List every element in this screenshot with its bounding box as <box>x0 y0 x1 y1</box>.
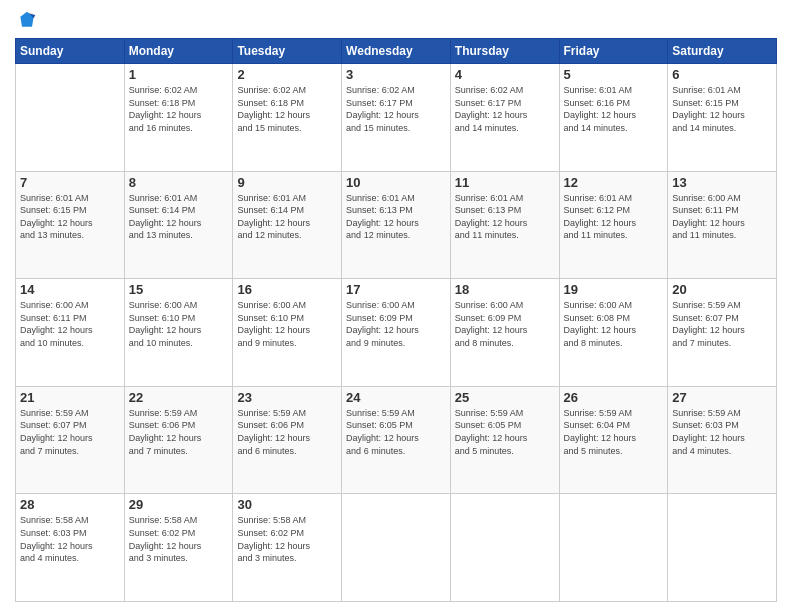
cell-info: Sunrise: 5:59 AM Sunset: 6:04 PM Dayligh… <box>564 407 664 457</box>
calendar-cell: 11Sunrise: 6:01 AM Sunset: 6:13 PM Dayli… <box>450 171 559 279</box>
calendar-cell: 27Sunrise: 5:59 AM Sunset: 6:03 PM Dayli… <box>668 386 777 494</box>
cell-info: Sunrise: 6:01 AM Sunset: 6:16 PM Dayligh… <box>564 84 664 134</box>
calendar-cell: 19Sunrise: 6:00 AM Sunset: 6:08 PM Dayli… <box>559 279 668 387</box>
calendar-cell: 7Sunrise: 6:01 AM Sunset: 6:15 PM Daylig… <box>16 171 125 279</box>
calendar-cell <box>16 64 125 172</box>
cell-info: Sunrise: 5:59 AM Sunset: 6:06 PM Dayligh… <box>129 407 229 457</box>
cell-info: Sunrise: 5:59 AM Sunset: 6:03 PM Dayligh… <box>672 407 772 457</box>
calendar-cell: 28Sunrise: 5:58 AM Sunset: 6:03 PM Dayli… <box>16 494 125 602</box>
calendar-cell: 29Sunrise: 5:58 AM Sunset: 6:02 PM Dayli… <box>124 494 233 602</box>
day-number: 11 <box>455 175 555 190</box>
cell-info: Sunrise: 6:00 AM Sunset: 6:11 PM Dayligh… <box>672 192 772 242</box>
cell-info: Sunrise: 5:59 AM Sunset: 6:05 PM Dayligh… <box>346 407 446 457</box>
cell-info: Sunrise: 5:59 AM Sunset: 6:07 PM Dayligh… <box>20 407 120 457</box>
calendar-cell: 5Sunrise: 6:01 AM Sunset: 6:16 PM Daylig… <box>559 64 668 172</box>
day-number: 24 <box>346 390 446 405</box>
weekday-header-saturday: Saturday <box>668 39 777 64</box>
weekday-header-wednesday: Wednesday <box>342 39 451 64</box>
cell-info: Sunrise: 5:59 AM Sunset: 6:06 PM Dayligh… <box>237 407 337 457</box>
calendar-cell: 18Sunrise: 6:00 AM Sunset: 6:09 PM Dayli… <box>450 279 559 387</box>
day-number: 14 <box>20 282 120 297</box>
weekday-header-tuesday: Tuesday <box>233 39 342 64</box>
day-number: 27 <box>672 390 772 405</box>
cell-info: Sunrise: 6:02 AM Sunset: 6:18 PM Dayligh… <box>129 84 229 134</box>
week-row-3: 14Sunrise: 6:00 AM Sunset: 6:11 PM Dayli… <box>16 279 777 387</box>
day-number: 29 <box>129 497 229 512</box>
calendar-cell: 4Sunrise: 6:02 AM Sunset: 6:17 PM Daylig… <box>450 64 559 172</box>
day-number: 10 <box>346 175 446 190</box>
day-number: 3 <box>346 67 446 82</box>
day-number: 6 <box>672 67 772 82</box>
day-number: 19 <box>564 282 664 297</box>
cell-info: Sunrise: 6:00 AM Sunset: 6:11 PM Dayligh… <box>20 299 120 349</box>
calendar-table: SundayMondayTuesdayWednesdayThursdayFrid… <box>15 38 777 602</box>
cell-info: Sunrise: 6:00 AM Sunset: 6:10 PM Dayligh… <box>237 299 337 349</box>
cell-info: Sunrise: 6:02 AM Sunset: 6:17 PM Dayligh… <box>455 84 555 134</box>
weekday-header-sunday: Sunday <box>16 39 125 64</box>
day-number: 23 <box>237 390 337 405</box>
cell-info: Sunrise: 6:02 AM Sunset: 6:18 PM Dayligh… <box>237 84 337 134</box>
calendar-cell: 20Sunrise: 5:59 AM Sunset: 6:07 PM Dayli… <box>668 279 777 387</box>
day-number: 5 <box>564 67 664 82</box>
cell-info: Sunrise: 6:01 AM Sunset: 6:14 PM Dayligh… <box>129 192 229 242</box>
cell-info: Sunrise: 6:01 AM Sunset: 6:13 PM Dayligh… <box>346 192 446 242</box>
cell-info: Sunrise: 5:59 AM Sunset: 6:05 PM Dayligh… <box>455 407 555 457</box>
day-number: 21 <box>20 390 120 405</box>
calendar-cell: 6Sunrise: 6:01 AM Sunset: 6:15 PM Daylig… <box>668 64 777 172</box>
cell-info: Sunrise: 6:01 AM Sunset: 6:15 PM Dayligh… <box>672 84 772 134</box>
day-number: 22 <box>129 390 229 405</box>
cell-info: Sunrise: 6:00 AM Sunset: 6:09 PM Dayligh… <box>346 299 446 349</box>
day-number: 8 <box>129 175 229 190</box>
calendar-cell: 3Sunrise: 6:02 AM Sunset: 6:17 PM Daylig… <box>342 64 451 172</box>
day-number: 1 <box>129 67 229 82</box>
calendar-cell: 22Sunrise: 5:59 AM Sunset: 6:06 PM Dayli… <box>124 386 233 494</box>
logo-icon <box>17 10 37 30</box>
header-row: SundayMondayTuesdayWednesdayThursdayFrid… <box>16 39 777 64</box>
day-number: 13 <box>672 175 772 190</box>
cell-info: Sunrise: 5:59 AM Sunset: 6:07 PM Dayligh… <box>672 299 772 349</box>
weekday-header-thursday: Thursday <box>450 39 559 64</box>
week-row-1: 1Sunrise: 6:02 AM Sunset: 6:18 PM Daylig… <box>16 64 777 172</box>
cell-info: Sunrise: 6:01 AM Sunset: 6:14 PM Dayligh… <box>237 192 337 242</box>
cell-info: Sunrise: 6:00 AM Sunset: 6:09 PM Dayligh… <box>455 299 555 349</box>
calendar-cell: 8Sunrise: 6:01 AM Sunset: 6:14 PM Daylig… <box>124 171 233 279</box>
calendar-cell: 16Sunrise: 6:00 AM Sunset: 6:10 PM Dayli… <box>233 279 342 387</box>
cell-info: Sunrise: 6:01 AM Sunset: 6:13 PM Dayligh… <box>455 192 555 242</box>
day-number: 2 <box>237 67 337 82</box>
cell-info: Sunrise: 6:00 AM Sunset: 6:10 PM Dayligh… <box>129 299 229 349</box>
day-number: 17 <box>346 282 446 297</box>
calendar-cell: 12Sunrise: 6:01 AM Sunset: 6:12 PM Dayli… <box>559 171 668 279</box>
day-number: 28 <box>20 497 120 512</box>
day-number: 7 <box>20 175 120 190</box>
calendar-cell: 30Sunrise: 5:58 AM Sunset: 6:02 PM Dayli… <box>233 494 342 602</box>
calendar-cell <box>342 494 451 602</box>
calendar-cell: 10Sunrise: 6:01 AM Sunset: 6:13 PM Dayli… <box>342 171 451 279</box>
calendar-cell: 14Sunrise: 6:00 AM Sunset: 6:11 PM Dayli… <box>16 279 125 387</box>
day-number: 4 <box>455 67 555 82</box>
day-number: 25 <box>455 390 555 405</box>
cell-info: Sunrise: 5:58 AM Sunset: 6:02 PM Dayligh… <box>237 514 337 564</box>
calendar-cell: 23Sunrise: 5:59 AM Sunset: 6:06 PM Dayli… <box>233 386 342 494</box>
week-row-4: 21Sunrise: 5:59 AM Sunset: 6:07 PM Dayli… <box>16 386 777 494</box>
weekday-header-monday: Monday <box>124 39 233 64</box>
cell-info: Sunrise: 5:58 AM Sunset: 6:03 PM Dayligh… <box>20 514 120 564</box>
day-number: 26 <box>564 390 664 405</box>
day-number: 12 <box>564 175 664 190</box>
calendar-cell: 9Sunrise: 6:01 AM Sunset: 6:14 PM Daylig… <box>233 171 342 279</box>
calendar-cell: 26Sunrise: 5:59 AM Sunset: 6:04 PM Dayli… <box>559 386 668 494</box>
calendar-cell: 1Sunrise: 6:02 AM Sunset: 6:18 PM Daylig… <box>124 64 233 172</box>
calendar-cell <box>559 494 668 602</box>
day-number: 30 <box>237 497 337 512</box>
cell-info: Sunrise: 6:02 AM Sunset: 6:17 PM Dayligh… <box>346 84 446 134</box>
day-number: 16 <box>237 282 337 297</box>
calendar-cell: 15Sunrise: 6:00 AM Sunset: 6:10 PM Dayli… <box>124 279 233 387</box>
page: SundayMondayTuesdayWednesdayThursdayFrid… <box>0 0 792 612</box>
day-number: 18 <box>455 282 555 297</box>
cell-info: Sunrise: 6:00 AM Sunset: 6:08 PM Dayligh… <box>564 299 664 349</box>
calendar-cell: 25Sunrise: 5:59 AM Sunset: 6:05 PM Dayli… <box>450 386 559 494</box>
cell-info: Sunrise: 6:01 AM Sunset: 6:15 PM Dayligh… <box>20 192 120 242</box>
cell-info: Sunrise: 6:01 AM Sunset: 6:12 PM Dayligh… <box>564 192 664 242</box>
day-number: 15 <box>129 282 229 297</box>
calendar-cell: 13Sunrise: 6:00 AM Sunset: 6:11 PM Dayli… <box>668 171 777 279</box>
week-row-5: 28Sunrise: 5:58 AM Sunset: 6:03 PM Dayli… <box>16 494 777 602</box>
